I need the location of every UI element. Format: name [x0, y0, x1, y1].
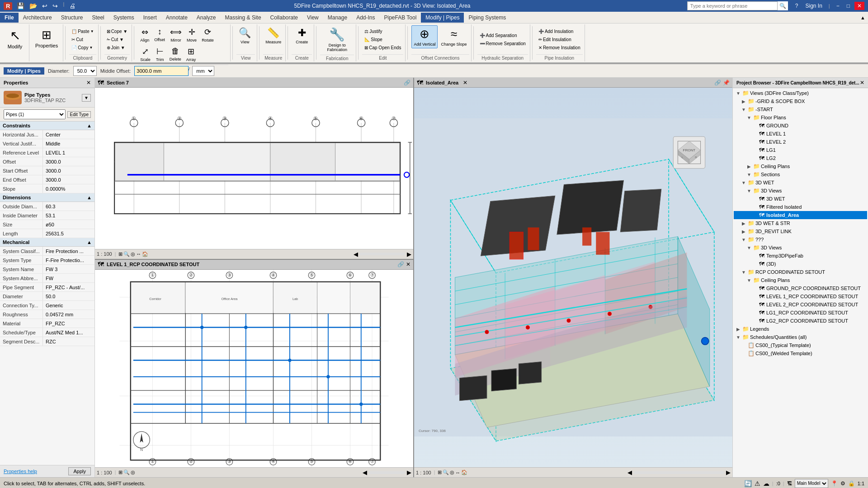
- pb-3d-views-2[interactable]: ▼ 📁 3D Views: [734, 244, 867, 252]
- move-btn[interactable]: ✛ Move: [184, 25, 199, 44]
- isolated-scrollbar[interactable]: [634, 471, 724, 474]
- sys-type-value[interactable]: F-Fire Protectio...: [43, 256, 94, 264]
- justify-btn[interactable]: ⚖ Justify: [362, 28, 384, 35]
- properties-close-btn[interactable]: ✕: [86, 80, 91, 86]
- pb-qqq-expand[interactable]: ▼: [741, 237, 746, 242]
- menu-pipefab[interactable]: PipeFAB Tool: [379, 13, 421, 23]
- rotate-btn[interactable]: ⟳ Rotate: [199, 25, 216, 44]
- edit-type-btn[interactable]: ▼: [82, 94, 91, 102]
- isolated-view-btn1[interactable]: ⊞: [438, 469, 442, 475]
- pb-grid-scope[interactable]: ▶ 📁 -GRID & SCOPE BOX: [734, 97, 867, 105]
- menu-analyze[interactable]: Analyze: [192, 13, 221, 23]
- level1-rcp-view-btn3[interactable]: ◎: [131, 469, 135, 475]
- status-icon1[interactable]: 📍: [831, 480, 838, 487]
- open-btn[interactable]: 📂: [28, 1, 39, 10]
- sign-in-btn[interactable]: Sign In: [803, 2, 825, 10]
- menu-annotate[interactable]: Annotate: [161, 13, 192, 23]
- pb-legends[interactable]: ▶ 📁 Legends: [734, 325, 867, 333]
- pb-level1-rcp[interactable]: 🗺 LEVEL 1_RCP COORDINATED SETOUT: [734, 292, 867, 300]
- pb-sections-expand[interactable]: ▼: [746, 172, 752, 177]
- menu-collaborate[interactable]: Collaborate: [266, 13, 302, 23]
- scale-btn[interactable]: ⤢ Scale: [138, 45, 153, 64]
- pb-cs00-typical[interactable]: 📋 CS00_(Typical Template): [734, 341, 867, 349]
- pb-3d-wet[interactable]: ▼ 📁 3D WET: [734, 178, 867, 187]
- middle-offset-unit[interactable]: mm: [192, 66, 214, 76]
- mechanical-section-header[interactable]: Mechanical ▲: [0, 238, 94, 247]
- help-btn[interactable]: ?: [793, 2, 801, 10]
- pb-schedules-expand[interactable]: ▼: [736, 335, 741, 340]
- level1-rcp-content[interactable]: ① ② ③ ④ ⑤ ⑥ ⑦: [95, 270, 413, 467]
- save-btn[interactable]: 💾: [15, 1, 26, 10]
- section7-scroll-right[interactable]: ▶: [407, 251, 411, 258]
- isolated-view-btn2[interactable]: 🔍: [443, 469, 449, 475]
- minimize-btn[interactable]: −: [834, 2, 842, 10]
- apply-btn[interactable]: Apply: [68, 467, 91, 475]
- status-icon2[interactable]: ⚙: [840, 480, 845, 487]
- array-btn[interactable]: ⊞ Array: [184, 45, 198, 64]
- isolated-scroll-left[interactable]: ◀: [627, 469, 632, 476]
- slope-btn[interactable]: 📐 Slope: [362, 36, 385, 43]
- pb-close-btn[interactable]: ✕: [860, 80, 864, 86]
- pb-grid-expand[interactable]: ▶: [741, 99, 746, 104]
- redo-btn[interactable]: ↪: [51, 1, 60, 10]
- isolated-pin-btn[interactable]: 📌: [723, 80, 730, 86]
- menu-manage[interactable]: Manage: [323, 13, 352, 23]
- status-icon-warning[interactable]: ⚠: [755, 480, 760, 487]
- change-slope-btn[interactable]: ≈ Change Slope: [439, 25, 469, 48]
- pb-sections[interactable]: ▼ 📁 Sections: [734, 170, 867, 178]
- print-btn[interactable]: 🖨: [67, 1, 77, 10]
- menu-modify-pipes[interactable]: Modify | Pipes: [421, 13, 464, 23]
- modify-btn[interactable]: ↖ Modify: [4, 26, 26, 51]
- pb-lg2-rcp[interactable]: 🗺 LG2_RCP COORDINATED SETOUT: [734, 317, 867, 325]
- prop-filter-select[interactable]: Pipes (1): [4, 109, 66, 119]
- join-btn[interactable]: ⊕ Join ▼: [104, 44, 127, 52]
- pb-3d-views-1-expand[interactable]: ▼: [746, 188, 752, 193]
- pb-ceiling-plans-expand[interactable]: ▶: [746, 164, 752, 169]
- pb-3d-revit-link[interactable]: ▶ 📁 3D_REVIT LINK: [734, 227, 867, 235]
- section7-scroll-left[interactable]: ◀: [354, 251, 358, 258]
- level1-rcp-scroll-right[interactable]: ▶: [407, 469, 411, 476]
- material-value[interactable]: FP_RZC: [43, 319, 94, 328]
- properties-btn[interactable]: ⊞ Properties: [33, 26, 60, 50]
- pb-ground-rcp[interactable]: 🗺 GROUND_RCP COORDINATED SETOUT: [734, 284, 867, 292]
- section7-view-controls-btn2[interactable]: 🔍: [123, 251, 130, 257]
- dimensions-section-header[interactable]: Dimensions ▲: [0, 193, 94, 202]
- level1-rcp-close-btn[interactable]: ✕: [406, 261, 410, 267]
- close-btn[interactable]: ✕: [854, 2, 864, 10]
- offset-value[interactable]: 3000.0: [43, 157, 94, 166]
- menu-architecture[interactable]: Architecture: [19, 13, 57, 23]
- diameter-select[interactable]: 50.0 25.0 65.0 80.0: [73, 66, 97, 76]
- menu-view[interactable]: View: [302, 13, 323, 23]
- vert-jus-value[interactable]: Middle: [43, 139, 94, 148]
- horiz-jus-value[interactable]: Center: [43, 130, 94, 139]
- delete-btn[interactable]: 🗑 Delete: [167, 45, 184, 63]
- pb-ceiling-plans[interactable]: ▶ 📁 Ceiling Plans: [734, 162, 867, 170]
- measure-btn[interactable]: 📏 Measure: [263, 25, 283, 46]
- pb-ground[interactable]: 🗺 GROUND: [734, 122, 867, 130]
- offset-btn[interactable]: ↕ Offset: [152, 25, 167, 44]
- pb-3d-default[interactable]: 🗺 (3D): [734, 260, 867, 268]
- properties-help-link[interactable]: Properties help: [4, 469, 37, 474]
- pb-floor-plans[interactable]: ▼ 📁 Floor Plans: [734, 113, 867, 122]
- menu-massing[interactable]: Massing & Site: [221, 13, 266, 23]
- edit-insulation-btn[interactable]: ✏ Edit Insulation: [536, 36, 574, 43]
- level1-rcp-view-btn1[interactable]: ⊞: [118, 469, 123, 475]
- maximize-btn[interactable]: □: [844, 2, 853, 10]
- status-model-select[interactable]: Main Model: [795, 479, 828, 488]
- search-input[interactable]: [687, 1, 778, 10]
- pb-3d-revit-link-expand[interactable]: ▶: [741, 229, 746, 234]
- remove-insulation-btn[interactable]: ✕ Remove Insulation: [536, 44, 583, 52]
- view-btn[interactable]: 🔍 View: [236, 25, 253, 46]
- pb-floor-plans-expand[interactable]: ▼: [746, 115, 752, 120]
- pb-level2-rcp[interactable]: 🗺 LEVEL 2_RCP COORDINATED SETOUT: [734, 300, 867, 309]
- cap-open-ends-btn[interactable]: ⊠ Cap Open Ends: [362, 44, 403, 52]
- isolated-view-btn4[interactable]: ↔: [455, 470, 460, 475]
- pb-3d-wet-str-expand[interactable]: ▶: [741, 221, 746, 226]
- section7-scrollbar[interactable]: [360, 253, 405, 255]
- pb-views-root[interactable]: ▼ 📁 Views (3DFire Class/Type): [734, 89, 867, 97]
- menu-insert[interactable]: Insert: [139, 13, 161, 23]
- pb-3d-views-2-expand[interactable]: ▼: [746, 245, 752, 250]
- pb-start[interactable]: ▼ 📁 -START: [734, 105, 867, 113]
- menu-piping-systems[interactable]: Piping Systems: [464, 13, 510, 23]
- pb-3d-wet-expand[interactable]: ▼: [741, 180, 746, 185]
